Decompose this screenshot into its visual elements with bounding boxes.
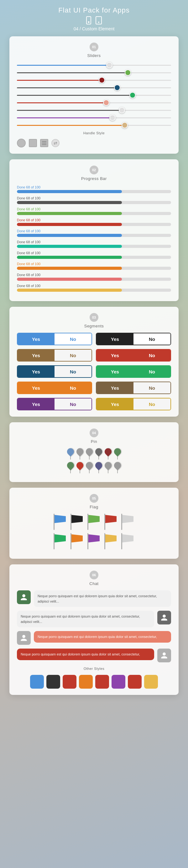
slider-track[interactable]: [17, 85, 171, 90]
segment-yes-btn[interactable]: Yes: [97, 399, 133, 410]
slider-thumb[interactable]: [109, 115, 116, 121]
slider-track[interactable]: [17, 77, 171, 83]
segment-yes-btn[interactable]: Yes: [18, 382, 55, 394]
page-title: Flat UI Pack for Apps: [58, 6, 130, 14]
pin-item: [95, 448, 102, 460]
segment-control[interactable]: Yes No: [17, 381, 92, 394]
flag-item: [104, 533, 117, 549]
color-swatch[interactable]: [144, 675, 158, 689]
segment-yes-btn[interactable]: Yes: [18, 399, 55, 410]
pin-head: [94, 447, 103, 456]
progress-bar-fill: [17, 190, 122, 193]
slider-track[interactable]: [17, 62, 171, 68]
slider-row[interactable]: [17, 77, 171, 83]
segment-yes-btn[interactable]: Yes: [18, 366, 55, 377]
slider-thumb[interactable]: [122, 122, 128, 128]
handle-square[interactable]: [29, 139, 37, 147]
flag-item: [71, 514, 84, 530]
segment-no-btn[interactable]: No: [55, 333, 91, 345]
segment-control[interactable]: Yes No: [96, 381, 171, 394]
chat-bubble-text: Neque porro quisquam est qui dolorem ips…: [34, 590, 171, 607]
color-swatch[interactable]: [30, 675, 44, 689]
slider-row[interactable]: [17, 62, 171, 68]
slider-fill: [17, 80, 102, 81]
segment-control[interactable]: Yes No: [96, 349, 171, 362]
segment-no-btn[interactable]: No: [55, 382, 91, 394]
handle-arrow[interactable]: ⇄: [51, 139, 59, 147]
color-swatch[interactable]: [111, 675, 125, 689]
segment-control[interactable]: Yes No: [17, 365, 92, 378]
slider-thumb[interactable]: [125, 69, 131, 76]
segment-yes-btn[interactable]: Yes: [97, 333, 133, 345]
handle-lines[interactable]: [40, 139, 48, 147]
user-icon: [160, 614, 168, 621]
segment-no-btn[interactable]: No: [55, 399, 91, 410]
slider-fill: [17, 95, 133, 96]
segment-yes-btn[interactable]: Yes: [97, 350, 133, 361]
pin-head: [103, 447, 113, 456]
progress-bar-fill: [17, 223, 122, 226]
slider-thumb[interactable]: [119, 107, 125, 113]
slider-track[interactable]: [17, 107, 171, 113]
progress-bar-bg: [17, 278, 171, 281]
slider-thumb[interactable]: [99, 77, 105, 83]
segment-no-btn[interactable]: No: [133, 399, 170, 410]
slider-row[interactable]: [17, 115, 171, 121]
slider-row[interactable]: [17, 100, 171, 105]
flag-body: [105, 515, 116, 523]
slider-track[interactable]: [17, 115, 171, 121]
color-swatch[interactable]: [95, 675, 109, 689]
progress-row: Done 68 of 100: [17, 262, 171, 270]
color-swatch[interactable]: [79, 675, 93, 689]
segment-no-btn[interactable]: No: [133, 350, 170, 361]
slider-track[interactable]: [17, 70, 171, 75]
flags-container: [17, 514, 171, 549]
segment-yes-btn[interactable]: Yes: [97, 366, 133, 377]
segment-no-btn[interactable]: No: [133, 382, 170, 394]
slider-thumb[interactable]: [103, 99, 109, 106]
slider-thumb[interactable]: [106, 62, 112, 68]
slider-track[interactable]: [17, 92, 171, 98]
slider-row[interactable]: [17, 107, 171, 113]
segment-yes-btn[interactable]: Yes: [18, 333, 55, 345]
segment-no-btn[interactable]: No: [55, 366, 91, 377]
tablet-icon: [96, 16, 102, 24]
progress-label: Done 68 of 100: [17, 240, 171, 244]
slider-thumb[interactable]: [114, 85, 120, 91]
flag-pole: [54, 533, 55, 549]
segment-control[interactable]: Yes No: [96, 398, 171, 410]
segment-control[interactable]: Yes No: [96, 365, 171, 378]
segment-control[interactable]: Yes No: [17, 398, 92, 410]
segment-control[interactable]: Yes No: [17, 333, 92, 345]
progress-bar-bg: [17, 288, 171, 292]
color-swatch[interactable]: [63, 675, 77, 689]
slider-row[interactable]: [17, 92, 171, 98]
segment-no-btn[interactable]: No: [133, 333, 170, 345]
slider-thumb[interactable]: [129, 92, 136, 98]
segment-yes-btn[interactable]: Yes: [97, 382, 133, 394]
handle-circle[interactable]: [17, 139, 26, 148]
slider-row[interactable]: [17, 122, 171, 128]
color-swatch[interactable]: [46, 675, 60, 689]
flags-card: 05 Flag: [9, 488, 179, 559]
slider-row[interactable]: [17, 85, 171, 90]
flags-row: [17, 514, 171, 530]
flag-body: [72, 515, 83, 523]
flag-pole: [71, 533, 72, 549]
segment-control[interactable]: Yes No: [17, 349, 92, 362]
progress-bar-bg: [17, 212, 171, 215]
flag-pole: [54, 514, 55, 530]
pins-badge: 04: [90, 429, 98, 437]
chat-avatar: [157, 611, 171, 624]
segment-yes-btn[interactable]: Yes: [18, 350, 55, 361]
segment-no-btn[interactable]: No: [133, 366, 170, 377]
segment-control[interactable]: Yes No: [96, 333, 171, 345]
flag-item: [54, 533, 67, 549]
progress-label: Done 68 of 100: [17, 196, 171, 200]
segment-no-btn[interactable]: No: [55, 350, 91, 361]
slider-track[interactable]: [17, 122, 171, 128]
flag-item: [87, 533, 101, 549]
slider-row[interactable]: [17, 70, 171, 75]
color-swatch[interactable]: [128, 675, 142, 689]
slider-track[interactable]: [17, 100, 171, 105]
